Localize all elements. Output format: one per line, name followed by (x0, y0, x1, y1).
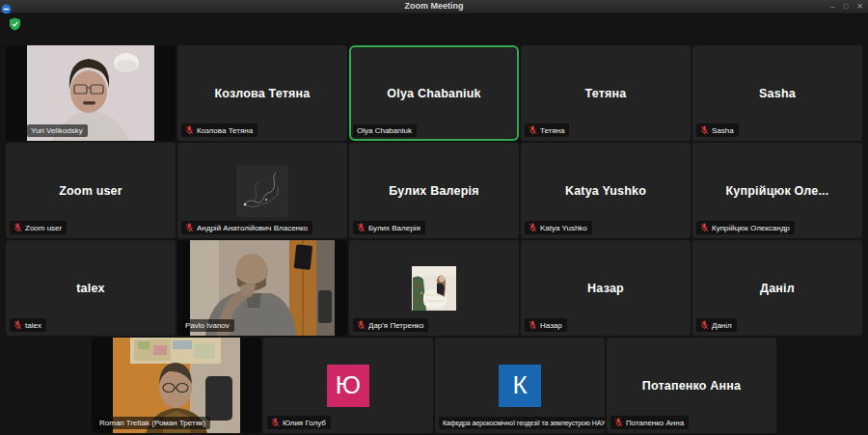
nameplate-label: Андрій Анатолійович Власенко (197, 224, 308, 232)
video-grid: Yuri VelikodskyКозлова ТетянаКозлова Тет… (0, 14, 868, 433)
participant-tile[interactable]: Zoom userZoom user (6, 143, 176, 238)
participant-nameplate: Olya Chabaniuk (353, 124, 417, 137)
mic-muted-icon (271, 418, 280, 427)
nameplate-label: Даніл (712, 321, 732, 330)
darya-video (412, 266, 456, 311)
window-controls: – □ ✕ (830, 0, 863, 13)
participant-nameplate: Тетяна (525, 123, 569, 137)
grid-row: Yuri VelikodskyКозлова ТетянаКозлова Тет… (0, 45, 868, 141)
participant-nameplate: Zoom user (10, 221, 67, 234)
participant-nameplate: Булих Валерія (353, 221, 425, 234)
nameplate-label: Тетяна (540, 126, 564, 135)
nameplate-label: Sasha (712, 126, 734, 135)
mic-muted-icon (700, 223, 709, 232)
participant-tile[interactable]: ДанілДаніл (692, 240, 862, 336)
grid-row: Roman Tretiak (Роман Третяк)ЮЮлия ГолубК… (0, 338, 868, 433)
nameplate-label: Yuri Velikodsky (31, 126, 83, 135)
nameplate-label: Katya Yushko (540, 224, 587, 232)
participant-tile[interactable]: Katya YushkoKatya Yushko (521, 143, 691, 238)
nameplate-label: Roman Tretiak (Роман Третяк) (99, 419, 205, 427)
mic-muted-icon (185, 223, 194, 232)
nameplate-label: Кафедра аерокосмічної геодезії та землеу… (443, 419, 605, 427)
nameplate-label: Булих Валерія (368, 224, 420, 232)
maximize-button[interactable]: □ (843, 0, 848, 13)
participant-tile[interactable]: ККафедра аерокосмічної геодезії та земле… (435, 338, 605, 433)
participant-tile[interactable]: ЮЮлия Голуб (263, 338, 433, 433)
window-title: Zoom Meeting (0, 0, 868, 13)
close-button[interactable]: ✕ (856, 0, 863, 13)
mic-muted-icon (529, 125, 537, 135)
participant-nameplate: Даніл (696, 318, 737, 332)
participant-nameplate: Кафедра аерокосмічної геодезії та землеу… (439, 417, 605, 429)
participant-nameplate: talex (10, 318, 46, 332)
participant-nameplate: Назар (525, 318, 567, 332)
participant-nameplate: Потапенко Анна (610, 416, 689, 429)
nameplate-label: Купрійцюк Олександр (712, 224, 790, 232)
grid-row: talextalexPavlo IvanovДар'я ПетренкоНаза… (0, 240, 868, 336)
mic-muted-icon (185, 125, 194, 135)
nameplate-label: Zoom user (25, 224, 62, 232)
nameplate-label: Pavlo Ivanov (185, 321, 230, 330)
mic-muted-icon (529, 223, 537, 232)
mic-muted-icon (614, 418, 623, 427)
avatar: Ю (327, 365, 369, 407)
mic-muted-icon (529, 320, 537, 330)
participant-tile[interactable]: НазарНазар (521, 240, 691, 336)
nameplate-label: Назар (540, 321, 562, 330)
participant-nameplate: Андрій Анатолійович Власенко (181, 221, 312, 234)
grid-row: Zoom userZoom userАндрій Анатолійович Вл… (0, 143, 868, 238)
mic-muted-icon (14, 223, 22, 232)
participant-tile[interactable]: Козлова ТетянаКозлова Тетяна (177, 45, 347, 141)
mic-muted-icon (700, 125, 709, 135)
participant-tile[interactable]: Roman Tretiak (Роман Третяк) (92, 338, 261, 433)
nameplate-label: Козлова Тетяна (197, 126, 253, 135)
security-shield-icon[interactable] (9, 17, 21, 31)
participant-nameplate: Дар'я Петренко (353, 318, 428, 332)
participant-tile[interactable]: Булих ВалеріяБулих Валерія (349, 143, 519, 238)
participant-tile[interactable]: Pavlo Ivanov (177, 240, 347, 336)
minimize-button[interactable]: – (830, 0, 834, 13)
participant-nameplate: Pavlo Ivanov (181, 319, 234, 332)
participant-nameplate: Sasha (696, 123, 739, 137)
participant-tile[interactable]: Потапенко АннаПотапенко Анна (607, 338, 776, 433)
mic-muted-icon (700, 320, 709, 330)
mic-muted-icon (357, 223, 366, 232)
nameplate-label: Olya Chabaniuk (357, 126, 412, 135)
participant-tile[interactable]: ТетянаТетяна (521, 45, 691, 141)
participant-tile[interactable]: Купрійцюк Оле...Купрійцюк Олександр (692, 143, 862, 238)
participant-nameplate: Юлия Голуб (267, 416, 331, 429)
nameplate-label: Юлия Голуб (283, 419, 326, 427)
participant-nameplate: Katya Yushko (525, 221, 592, 234)
rivermap-video (236, 165, 288, 217)
mic-muted-icon (357, 320, 366, 330)
participant-tile[interactable]: SashaSasha (692, 45, 862, 141)
participant-tile[interactable]: Дар'я Петренко (349, 240, 519, 336)
participant-nameplate: Yuri Velikodsky (27, 124, 88, 137)
participant-nameplate: Купрійцюк Олександр (696, 221, 795, 234)
participant-nameplate: Roman Tretiak (Роман Третяк) (95, 417, 210, 429)
nameplate-label: talex (25, 321, 41, 330)
avatar: К (499, 365, 541, 407)
participant-tile[interactable]: talextalex (6, 240, 176, 336)
participant-tile[interactable]: Olya ChabaniukOlya Chabaniuk (349, 45, 519, 141)
participant-nameplate: Козлова Тетяна (181, 123, 258, 137)
nameplate-label: Потапенко Анна (626, 419, 684, 427)
titlebar: Zoom Meeting – □ ✕ (0, 0, 868, 14)
nameplate-label: Дар'я Петренко (368, 321, 423, 330)
meeting-stage: Yuri VelikodskyКозлова ТетянаКозлова Тет… (0, 14, 868, 435)
participant-tile[interactable]: Yuri Velikodsky (6, 45, 176, 141)
participant-tile[interactable]: Андрій Анатолійович Власенко (177, 143, 347, 238)
mic-muted-icon (14, 320, 22, 330)
